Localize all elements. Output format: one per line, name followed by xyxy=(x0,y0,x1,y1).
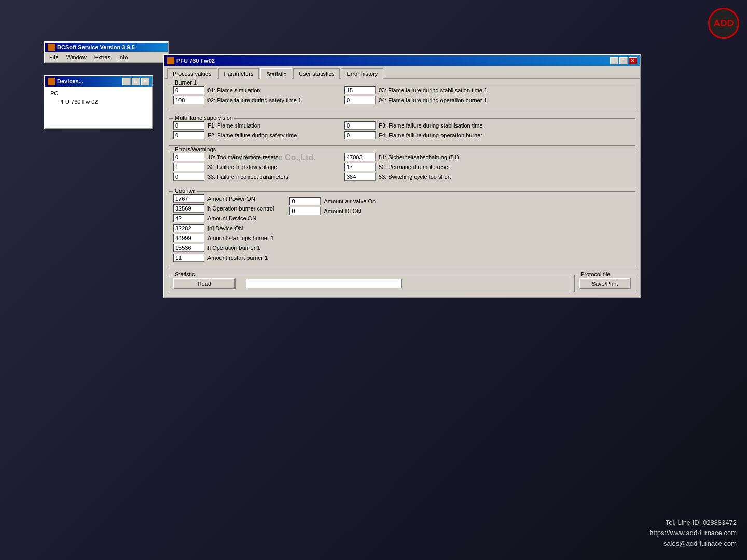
burner1-value-1[interactable]: 0 xyxy=(173,86,204,94)
err-field-4: 47003 51: Sicherheitsabschaltung (51) xyxy=(344,153,459,161)
cnt-value-4[interactable]: 32282 xyxy=(173,224,204,232)
cnt-label-7: Amount restart burner 1 xyxy=(208,255,268,261)
burner1-field-1: 0 01: Flame simulation xyxy=(173,86,329,94)
err-value-5[interactable]: 17 xyxy=(344,163,376,171)
menu-extras[interactable]: Extras xyxy=(92,53,113,61)
cnt-field-7: 11 Amount restart burner 1 xyxy=(173,254,274,262)
cnt-value-2[interactable]: 32569 xyxy=(173,204,204,213)
burner1-field-4: 0 04: Flame failure during operation bur… xyxy=(344,96,487,104)
pfu-restore-button[interactable]: □ xyxy=(619,57,628,64)
errors-section: Errors/Warnings Add-Furnace Co.,Ltd. 0 1… xyxy=(169,150,635,187)
err-label-1: 10: Too many remote resets xyxy=(208,154,278,160)
err-value-1[interactable]: 0 xyxy=(173,153,204,161)
bottom-info: Tel, Line ID: 028883472 https://www.add-… xyxy=(649,517,737,550)
bcsoft-icon xyxy=(48,44,55,51)
pfu-icon xyxy=(167,57,174,64)
burner1-field-3: 15 03: Flame failure during stabilisatio… xyxy=(344,86,487,94)
err-field-2: 1 32: Failure high-low voltage xyxy=(173,163,329,171)
err-value-6[interactable]: 384 xyxy=(344,173,376,181)
cnt-value-1[interactable]: 1767 xyxy=(173,194,204,203)
mf-field-1: 0 F1: Flame simulation xyxy=(173,121,329,130)
close-button[interactable]: ✕ xyxy=(141,78,149,85)
statistic-bar-label: Statistic xyxy=(173,271,197,277)
protocol-section: Protocol file Save/Print xyxy=(574,275,635,292)
devices-panel: Devices... _ □ ✕ PC PFU 760 Fw 02 xyxy=(44,75,153,129)
tab-user-statistics[interactable]: User statistics xyxy=(293,68,340,79)
tab-parameters[interactable]: Parameters xyxy=(218,68,259,79)
cnt-field-6: 15536 h Operation burner 1 xyxy=(173,244,274,252)
counter-section: Counter 1767 Amount Power ON 32569 h Ope… xyxy=(169,191,635,268)
mf-label-2: F2: Flame failure during safety time xyxy=(208,132,297,138)
mf-value-4[interactable]: 0 xyxy=(344,131,376,139)
restore-button[interactable]: □ xyxy=(132,78,140,85)
burner1-value-4[interactable]: 0 xyxy=(344,96,376,104)
mf-field-3: 0 F3: Flame failure during stabilisation… xyxy=(344,121,483,130)
cnt-value-7[interactable]: 11 xyxy=(173,254,204,262)
mf-value-2[interactable]: 0 xyxy=(173,131,204,139)
main-content: Burner 1 0 01: Flame simulation 108 02: … xyxy=(164,78,640,297)
err-field-5: 17 52: Permanent remote reset xyxy=(344,163,459,171)
cnt-field-1: 1767 Amount Power ON xyxy=(173,194,274,203)
cnt-field-2: 32569 h Operation burner control xyxy=(173,204,274,213)
mf-value-3[interactable]: 0 xyxy=(344,121,376,130)
devices-titlebar: Devices... _ □ ✕ xyxy=(45,76,152,87)
tab-error-history[interactable]: Error history xyxy=(341,68,383,79)
cnt-value-8[interactable]: 0 xyxy=(289,197,321,205)
cnt-label-4: [h] Device ON xyxy=(208,225,243,231)
cnt-label-6: h Operation burner 1 xyxy=(208,245,260,251)
err-field-6: 384 53: Switching cycle too short xyxy=(344,173,459,181)
burner1-section: Burner 1 0 01: Flame simulation 108 02: … xyxy=(169,83,635,110)
menu-window[interactable]: Window xyxy=(64,53,89,61)
cnt-value-3[interactable]: 42 xyxy=(173,214,204,222)
cnt-label-8: Amount air valve On xyxy=(324,198,376,204)
read-button[interactable]: Read xyxy=(173,278,236,289)
burner1-value-2[interactable]: 108 xyxy=(173,96,204,104)
menu-info[interactable]: Info xyxy=(116,53,130,61)
menu-file[interactable]: File xyxy=(47,53,61,61)
tabs: Process values Parameters Statistic User… xyxy=(164,66,640,78)
cnt-field-4: 32282 [h] Device ON xyxy=(173,224,274,232)
multi-flame-label: Multi flame supervision xyxy=(173,115,234,121)
save-print-button[interactable]: Save/Print xyxy=(579,278,631,289)
tab-process-values[interactable]: Process values xyxy=(167,68,217,79)
cnt-label-9: Amount DI ON xyxy=(324,208,361,214)
mf-field-2: 0 F2: Flame failure during safety time xyxy=(173,131,329,139)
pfu-minimize-button[interactable]: _ xyxy=(610,57,618,64)
burner1-value-3[interactable]: 15 xyxy=(344,86,376,94)
cnt-label-2: h Operation burner control xyxy=(208,205,274,212)
cnt-field-5: 44999 Amount start-ups burner 1 xyxy=(173,234,274,242)
cnt-label-5: Amount start-ups burner 1 xyxy=(208,235,274,241)
mf-label-4: F4: Flame failure during operation burne… xyxy=(379,132,482,138)
burner1-label-1: 01: Flame simulation xyxy=(208,87,260,93)
pfu-titlebar: PFU 760 Fw02 _ □ ✕ xyxy=(164,55,640,66)
err-field-1: 0 10: Too many remote resets xyxy=(173,153,329,161)
err-value-3[interactable]: 0 xyxy=(173,173,204,181)
counter-label: Counter xyxy=(173,188,197,194)
tree-item-pc[interactable]: PC xyxy=(48,89,149,97)
err-label-6: 53: Switching cycle too short xyxy=(379,174,451,180)
cnt-field-9: 0 Amount DI ON xyxy=(289,207,376,215)
cnt-label-3: Amount Device ON xyxy=(208,215,256,221)
burner1-label-4: 04: Flame failure during operation burne… xyxy=(379,97,487,103)
mf-field-4: 0 F4: Flame failure during operation bur… xyxy=(344,131,483,139)
tab-statistic[interactable]: Statistic xyxy=(260,68,292,79)
pfu-title: PFU 760 Fw02 xyxy=(176,58,215,64)
devices-icon xyxy=(48,78,55,85)
mf-value-1[interactable]: 0 xyxy=(173,121,204,130)
add-logo: ADD xyxy=(708,8,739,39)
cnt-value-9[interactable]: 0 xyxy=(289,207,321,215)
minimize-button[interactable]: _ xyxy=(122,78,131,85)
errors-label: Errors/Warnings xyxy=(173,146,217,152)
bcsoft-window: BCSoft Service Version 3.9.5 File Window… xyxy=(44,41,169,63)
cnt-value-5[interactable]: 44999 xyxy=(173,234,204,242)
err-value-2[interactable]: 1 xyxy=(173,163,204,171)
progress-bar xyxy=(246,279,402,288)
bcsoft-titlebar: BCSoft Service Version 3.9.5 xyxy=(45,43,168,52)
pfu-close-button[interactable]: ✕ xyxy=(629,57,637,64)
tree-item-device[interactable]: PFU 760 Fw 02 xyxy=(48,97,149,106)
desktop: ADD Tel, Line ID: 028883472 https://www.… xyxy=(0,0,747,560)
mf-label-1: F1: Flame simulation xyxy=(208,122,260,129)
cnt-value-6[interactable]: 15536 xyxy=(173,244,204,252)
err-value-4[interactable]: 47003 xyxy=(344,153,376,161)
cnt-field-8: 0 Amount air valve On xyxy=(289,197,376,205)
